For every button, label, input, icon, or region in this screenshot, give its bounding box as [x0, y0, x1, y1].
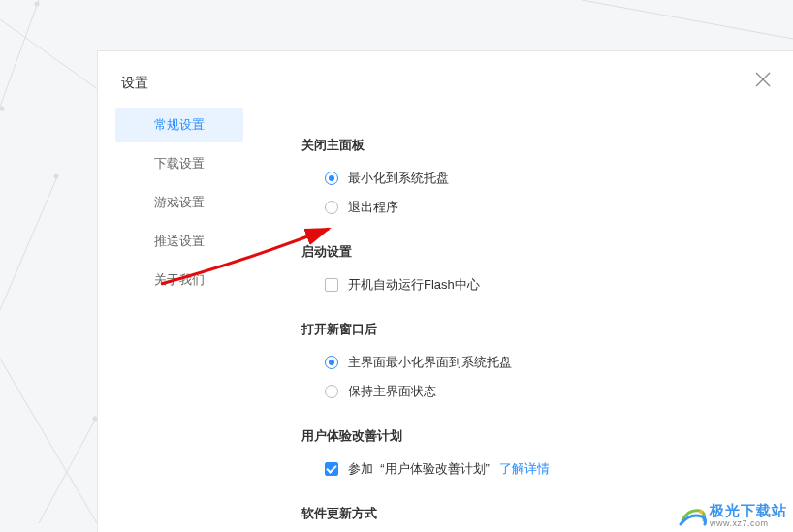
section-startup-title: 启动设置 [301, 243, 774, 261]
radio-icon [325, 385, 338, 398]
option-label: 退出程序 [348, 199, 398, 216]
content-area: 关闭主面板 最小化到系统托盘 退出程序 启动设置 开机自动运行Flash中心 打… [301, 131, 774, 532]
svg-point-7 [0, 107, 5, 111]
svg-line-4 [39, 417, 97, 523]
section-uex-title: 用户体验改善计划 [301, 427, 774, 445]
radio-icon [325, 356, 338, 369]
sidebar-item-push[interactable]: 推送设置 [115, 224, 243, 259]
svg-point-8 [54, 174, 59, 179]
option-label: 主界面最小化界面到系统托盘 [348, 354, 512, 371]
option-minimize-to-tray[interactable]: 最小化到系统托盘 [325, 170, 774, 187]
radio-icon [325, 172, 338, 185]
sidebar-item-about[interactable]: 关于我们 [115, 263, 243, 297]
radio-icon [325, 201, 338, 214]
settings-panel: 设置 常规设置 下载设置 游戏设置 推送设置 关于我们 关闭主面板 最小化到系统… [97, 50, 793, 532]
page-title: 设置 [121, 75, 148, 92]
svg-line-1 [0, 0, 39, 107]
watermark-name: 极光下载站 [710, 503, 787, 517]
section-close-panel-title: 关闭主面板 [301, 137, 774, 154]
option-autorun-flash[interactable]: 开机自动运行Flash中心 [325, 276, 774, 294]
sidebar-item-game[interactable]: 游戏设置 [115, 185, 243, 220]
option-label: 开机自动运行Flash中心 [348, 276, 480, 294]
option-label: 最小化到系统托盘 [348, 170, 449, 187]
checkbox-icon [325, 278, 338, 292]
section-newwindow-title: 打开新窗口后 [301, 321, 774, 338]
svg-point-6 [35, 2, 40, 7]
svg-point-12 [699, 510, 703, 514]
option-label: 参加 “用户体验改善计划” [348, 460, 490, 478]
svg-line-5 [582, 0, 793, 39]
sidebar-item-download[interactable]: 下载设置 [115, 146, 243, 181]
watermark: 极光下载站 www.xz7.com [679, 503, 787, 528]
sidebar: 常规设置 下载设置 游戏设置 推送设置 关于我们 [115, 108, 243, 301]
option-newwin-keep[interactable]: 保持主界面状态 [325, 383, 774, 400]
svg-line-3 [0, 359, 97, 523]
option-label: 保持主界面状态 [348, 383, 436, 400]
close-button[interactable] [754, 71, 772, 88]
aurora-logo-icon [679, 503, 708, 528]
option-exit-program[interactable]: 退出程序 [325, 199, 774, 216]
svg-line-2 [0, 174, 58, 310]
option-newwin-minimize[interactable]: 主界面最小化界面到系统托盘 [325, 354, 774, 371]
watermark-url: www.xz7.com [710, 519, 787, 528]
uex-learn-more-link[interactable]: 了解详情 [499, 460, 550, 478]
option-uex-join[interactable]: 参加 “用户体验改善计划” 了解详情 [325, 460, 774, 478]
sidebar-item-general[interactable]: 常规设置 [115, 108, 243, 142]
checkbox-icon [325, 462, 338, 476]
